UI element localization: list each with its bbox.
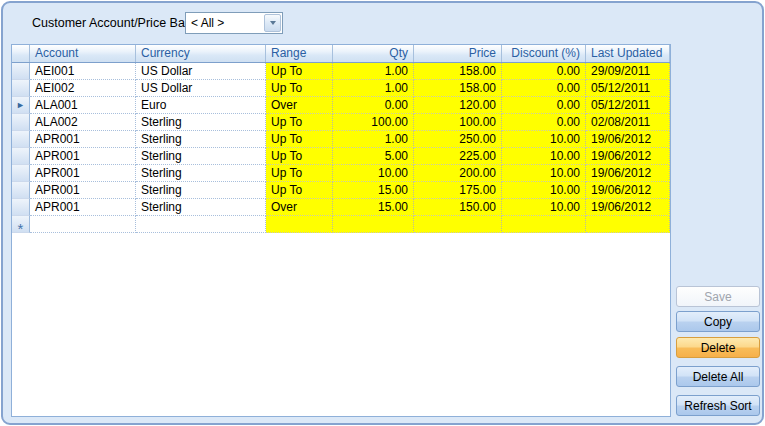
cell-currency[interactable]: Sterling [136,148,266,165]
cell-price[interactable]: 225.00 [414,148,502,165]
cell-currency[interactable]: Sterling [136,131,266,148]
cell-discount[interactable]: 10.00 [502,199,586,216]
cell-discount[interactable]: 0.00 [502,114,586,131]
cell-qty[interactable]: 10.00 [333,165,414,182]
column-header-currency[interactable]: Currency [136,45,266,62]
cell-currency[interactable]: Sterling [136,165,266,182]
cell-range[interactable]: Up To [266,114,333,131]
cell-price[interactable]: 200.00 [414,165,502,182]
cell-range[interactable] [266,216,333,233]
row-selector[interactable] [12,131,30,148]
cell-last_updated[interactable]: 19/06/2012 [586,165,670,182]
cell-account[interactable]: APR001 [30,182,136,199]
cell-last_updated[interactable]: 05/12/2011 [586,97,670,114]
cell-account[interactable]: AEI002 [30,80,136,97]
cell-range[interactable]: Up To [266,131,333,148]
column-header-last_updated[interactable]: Last Updated [586,45,670,62]
row-selector[interactable] [12,114,30,131]
cell-price[interactable]: 250.00 [414,131,502,148]
cell-currency[interactable]: US Dollar [136,63,266,80]
cell-discount[interactable]: 0.00 [502,80,586,97]
cell-last_updated[interactable]: 19/06/2012 [586,131,670,148]
delete-button[interactable]: Delete [676,337,760,358]
cell-qty[interactable]: 0.00 [333,97,414,114]
price-band-panel: Customer Account/Price Band < All > Acco… [1,1,764,425]
cell-account[interactable]: APR001 [30,148,136,165]
new-row-indicator-icon: * [18,219,24,230]
column-header-price[interactable]: Price [414,45,502,62]
cell-discount[interactable]: 0.00 [502,63,586,80]
cell-discount[interactable] [502,216,586,233]
row-selector[interactable] [12,148,30,165]
cell-last_updated[interactable]: 19/06/2012 [586,182,670,199]
delete-all-button[interactable]: Delete All [676,366,760,387]
cell-currency[interactable]: Sterling [136,114,266,131]
cell-qty[interactable]: 15.00 [333,199,414,216]
cell-account[interactable]: APR001 [30,131,136,148]
cell-price[interactable]: 120.00 [414,97,502,114]
column-header-account[interactable]: Account [30,45,136,62]
table-row: APR001SterlingOver15.00150.0010.0019/06/… [12,199,670,216]
cell-last_updated[interactable]: 05/12/2011 [586,80,670,97]
cell-qty[interactable]: 1.00 [333,63,414,80]
cell-range[interactable]: Over [266,97,333,114]
column-header-qty[interactable]: Qty [333,45,414,62]
cell-qty[interactable]: 1.00 [333,80,414,97]
row-selector[interactable] [12,63,30,80]
cell-last_updated[interactable]: 29/09/2011 [586,63,670,80]
cell-account[interactable]: ALA001 [30,97,136,114]
new-row: * [12,216,670,233]
column-header-range[interactable]: Range [266,45,333,62]
cell-last_updated[interactable]: 19/06/2012 [586,199,670,216]
cell-price[interactable]: 100.00 [414,114,502,131]
cell-account[interactable]: ALA002 [30,114,136,131]
save-button[interactable]: Save [676,286,760,307]
row-selector[interactable] [12,80,30,97]
row-selector[interactable]: * [12,216,30,233]
cell-price[interactable]: 158.00 [414,63,502,80]
row-selector[interactable] [12,199,30,216]
row-selector[interactable]: ► [12,97,30,114]
cell-price[interactable]: 150.00 [414,199,502,216]
cell-range[interactable]: Over [266,199,333,216]
cell-price[interactable]: 175.00 [414,182,502,199]
row-selector[interactable] [12,165,30,182]
cell-price[interactable] [414,216,502,233]
cell-discount[interactable]: 0.00 [502,97,586,114]
cell-qty[interactable]: 100.00 [333,114,414,131]
cell-qty[interactable]: 5.00 [333,148,414,165]
cell-discount[interactable]: 10.00 [502,148,586,165]
cell-last_updated[interactable] [586,216,670,233]
cell-last_updated[interactable]: 02/08/2011 [586,114,670,131]
cell-range[interactable]: Up To [266,165,333,182]
cell-range[interactable]: Up To [266,80,333,97]
price-band-filter-dropdown[interactable]: < All > [185,12,283,34]
cell-qty[interactable]: 15.00 [333,182,414,199]
table-row: ALA002SterlingUp To100.00100.000.0002/08… [12,114,670,131]
grid-header-row: AccountCurrencyRangeQtyPriceDiscount (%)… [12,45,670,63]
cell-currency[interactable]: Euro [136,97,266,114]
cell-price[interactable]: 158.00 [414,80,502,97]
cell-discount[interactable]: 10.00 [502,182,586,199]
copy-button[interactable]: Copy [676,311,760,332]
cell-range[interactable]: Up To [266,63,333,80]
cell-range[interactable]: Up To [266,182,333,199]
cell-account[interactable]: APR001 [30,199,136,216]
refresh-sort-button[interactable]: Refresh Sort [676,395,760,416]
cell-currency[interactable]: Sterling [136,182,266,199]
dropdown-button[interactable] [264,14,281,32]
cell-discount[interactable]: 10.00 [502,165,586,182]
cell-range[interactable]: Up To [266,148,333,165]
row-selector[interactable] [12,182,30,199]
cell-last_updated[interactable]: 19/06/2012 [586,148,670,165]
cell-account[interactable]: APR001 [30,165,136,182]
cell-currency[interactable] [136,216,266,233]
cell-currency[interactable]: Sterling [136,199,266,216]
column-header-discount[interactable]: Discount (%) [502,45,586,62]
cell-qty[interactable]: 1.00 [333,131,414,148]
cell-qty[interactable] [333,216,414,233]
cell-account[interactable]: AEI001 [30,63,136,80]
cell-account[interactable] [30,216,136,233]
cell-currency[interactable]: US Dollar [136,80,266,97]
cell-discount[interactable]: 10.00 [502,131,586,148]
